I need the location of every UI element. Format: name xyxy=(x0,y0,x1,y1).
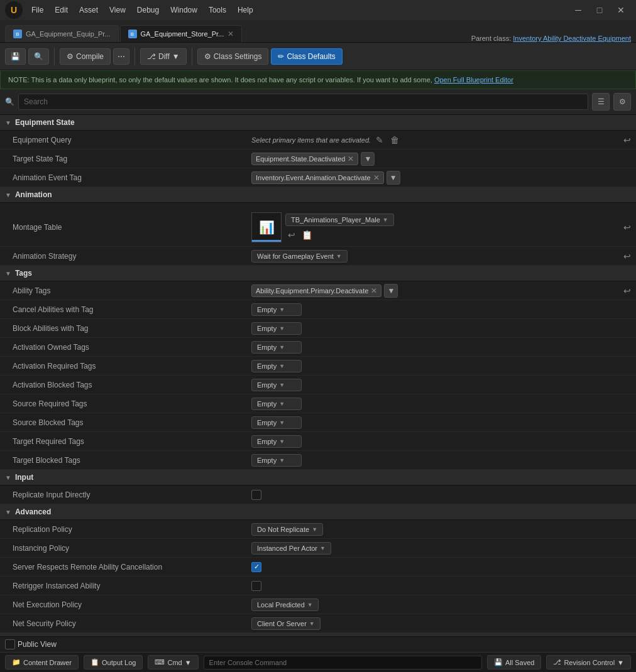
tab-ga-equip[interactable]: B GA_Equipment_Equip_Pr... xyxy=(5,25,119,42)
net-security-policy-value: Client Or Server ▼ xyxy=(251,616,631,631)
retrigger-instanced-checkbox[interactable] xyxy=(251,581,261,591)
menu-tools[interactable]: Tools xyxy=(204,3,231,17)
search-bar: 🔍 ☰ ⚙ xyxy=(0,89,636,115)
net-security-policy-arrow-icon: ▼ xyxy=(309,621,315,627)
tab-label-1: GA_Equipment_Equip_Pr... xyxy=(26,30,111,38)
public-view-checkbox[interactable] xyxy=(5,639,15,649)
section-equipment-state[interactable]: ▼ Equipment State xyxy=(0,115,636,131)
montage-table-dropdown[interactable]: TB_Animations_Player_Male ▼ xyxy=(285,214,394,226)
net-security-policy-dropdown[interactable]: Client Or Server ▼ xyxy=(251,617,321,630)
output-log-button[interactable]: 📋 Output Log xyxy=(84,655,143,669)
cmd-button[interactable]: ⌨ Cmd ▼ xyxy=(148,655,198,669)
content-drawer-button[interactable]: 📁 Content Drawer xyxy=(5,655,79,669)
menu-edit[interactable]: Edit xyxy=(50,3,73,17)
source-required-dropdown[interactable]: Empty ▼ xyxy=(251,398,302,410)
diff-button[interactable]: ⎇ Diff ▼ xyxy=(140,48,187,65)
menu-debug[interactable]: Debug xyxy=(132,3,164,17)
animation-event-tag-remove-button[interactable]: ✕ xyxy=(373,173,380,182)
menu-view[interactable]: View xyxy=(104,3,131,17)
section-advanced[interactable]: ▼ Advanced xyxy=(0,504,636,520)
target-blocked-arrow-icon: ▼ xyxy=(279,457,285,463)
activation-required-dropdown[interactable]: Empty ▼ xyxy=(251,360,302,372)
instancing-policy-arrow-icon: ▼ xyxy=(320,545,326,551)
target-required-tags-row: Target Required Tags Empty ▼ xyxy=(0,432,636,451)
class-settings-button[interactable]: ⚙ Class Settings xyxy=(197,48,269,65)
tab-ga-store[interactable]: B GA_Equipment_Store_Pr... ✕ xyxy=(120,25,243,42)
content-drawer-label: Content Drawer xyxy=(23,659,72,666)
settings-icon: ⚙ xyxy=(204,52,211,61)
reset-equipment-query-button[interactable]: ↩ xyxy=(623,135,631,145)
console-command-input[interactable] xyxy=(204,656,482,669)
edit-icon[interactable]: ✎ xyxy=(373,134,386,146)
diff-arrow-icon: ▼ xyxy=(172,52,180,61)
menu-file[interactable]: File xyxy=(26,3,48,17)
equipment-query-value: Select primary items that are activated.… xyxy=(251,133,631,148)
close-button[interactable]: ✕ xyxy=(611,1,631,19)
tab-close-button[interactable]: ✕ xyxy=(228,30,234,38)
montage-browse-icon[interactable]: ↩ xyxy=(285,229,298,241)
menu-asset[interactable]: Asset xyxy=(74,3,103,17)
reset-ability-tags-button[interactable]: ↩ xyxy=(623,286,631,296)
maximize-button[interactable]: □ xyxy=(589,1,610,19)
server-respects-row: Server Respects Remote Ability Cancellat… xyxy=(0,558,636,577)
menu-window[interactable]: Window xyxy=(165,3,202,17)
ability-tags-dropdown-button[interactable]: ▼ xyxy=(384,284,398,298)
search-input[interactable] xyxy=(18,94,588,110)
class-defaults-button[interactable]: ✏ Class Defaults xyxy=(271,48,342,65)
cancel-abilities-tag-label: Cancel Abilities with Tag xyxy=(13,303,251,317)
parent-class-link[interactable]: Inventory Ability Deactivate Equipment xyxy=(513,35,631,42)
cancel-abilities-dropdown[interactable]: Empty ▼ xyxy=(251,303,302,316)
target-required-dropdown[interactable]: Empty ▼ xyxy=(251,435,302,448)
ability-tag-remove-button[interactable]: ✕ xyxy=(371,286,377,295)
activation-owned-text: Empty xyxy=(257,344,277,351)
toolbar: 💾 🔍 ⚙ Compile ⋯ ⎇ Diff ▼ ⚙ Class Setting… xyxy=(0,43,636,70)
activation-blocked-dropdown[interactable]: Empty ▼ xyxy=(251,379,302,391)
target-required-text: Empty xyxy=(257,438,277,445)
compile-button[interactable]: ⚙ Compile xyxy=(60,48,111,65)
window-controls: ─ □ ✕ xyxy=(568,1,631,19)
animation-strategy-dropdown[interactable]: Wait for Gameplay Event ▼ xyxy=(251,250,348,263)
all-saved-button[interactable]: 💾 All Saved xyxy=(487,655,541,669)
revision-control-button[interactable]: ⎇ Revision Control ▼ xyxy=(546,655,631,669)
target-blocked-text: Empty xyxy=(257,457,277,464)
delete-icon[interactable]: 🗑 xyxy=(388,134,401,146)
replication-policy-dropdown[interactable]: Do Not Replicate ▼ xyxy=(251,523,323,536)
open-blueprint-link[interactable]: Open Full Blueprint Editor xyxy=(434,76,513,84)
animation-strategy-row: Animation Strategy Wait for Gameplay Eve… xyxy=(0,247,636,266)
note-bar: NOTE: This is a data only blueprint, so … xyxy=(0,70,636,89)
section-tags[interactable]: ▼ Tags xyxy=(0,266,636,281)
server-respects-value xyxy=(251,561,631,573)
compile-dropdown-button[interactable]: ⋯ xyxy=(113,48,129,65)
browse-button[interactable]: 🔍 xyxy=(28,48,49,65)
settings-view-button[interactable]: ⚙ xyxy=(613,93,631,111)
target-state-tag-dropdown-button[interactable]: ▼ xyxy=(361,152,375,166)
animation-event-tag-dropdown-button[interactable]: ▼ xyxy=(387,171,400,185)
reset-animation-strategy-button[interactable]: ↩ xyxy=(623,251,631,261)
montage-thumbnail: 📊 xyxy=(251,212,282,242)
net-execution-policy-dropdown[interactable]: Local Predicted ▼ xyxy=(251,599,319,611)
note-text: NOTE: This is a data only blueprint, so … xyxy=(8,76,432,84)
minimize-button[interactable]: ─ xyxy=(568,1,588,19)
menu-help[interactable]: Help xyxy=(233,3,258,17)
instancing-policy-dropdown[interactable]: Instanced Per Actor ▼ xyxy=(251,542,331,555)
revision-control-icon: ⎇ xyxy=(553,658,561,666)
montage-clear-icon[interactable]: 📋 xyxy=(300,229,313,241)
source-blocked-tags-label: Source Blocked Tags xyxy=(13,416,251,430)
net-security-policy-row: Net Security Policy Client Or Server ▼ xyxy=(0,614,636,633)
target-state-tag-remove-button[interactable]: ✕ xyxy=(348,154,354,163)
activation-owned-dropdown[interactable]: Empty ▼ xyxy=(251,341,302,354)
source-blocked-tags-row: Source Blocked Tags Empty ▼ xyxy=(0,413,636,432)
target-blocked-dropdown[interactable]: Empty ▼ xyxy=(251,454,302,467)
section-input[interactable]: ▼ Input xyxy=(0,470,636,485)
reset-montage-button[interactable]: ↩ xyxy=(623,222,631,232)
grid-view-button[interactable]: ☰ xyxy=(592,93,610,111)
replicate-input-checkbox[interactable] xyxy=(251,490,261,500)
animation-title: Animation xyxy=(15,190,52,199)
block-abilities-dropdown[interactable]: Empty ▼ xyxy=(251,322,302,335)
content-drawer-icon: 📁 xyxy=(12,658,21,666)
source-blocked-dropdown[interactable]: Empty ▼ xyxy=(251,416,302,429)
menu-bar: File Edit Asset View Debug Window Tools … xyxy=(26,3,564,17)
save-button[interactable]: 💾 xyxy=(5,48,26,65)
section-animation[interactable]: ▼ Animation xyxy=(0,187,636,203)
server-respects-checkbox[interactable] xyxy=(251,562,261,572)
